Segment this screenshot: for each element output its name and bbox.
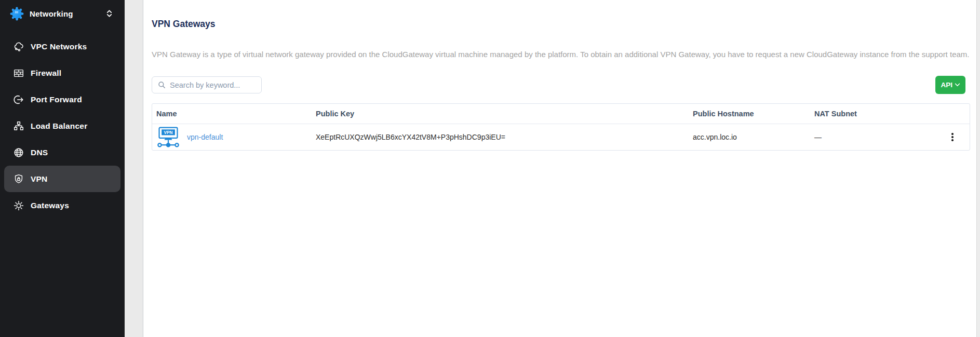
column-header-name: Name bbox=[152, 110, 316, 118]
dns-globe-icon bbox=[13, 147, 24, 158]
unfold-chevrons-icon[interactable] bbox=[105, 9, 113, 18]
content-gutter bbox=[125, 0, 143, 337]
sidebar-menu: VPC Networks Firewall Port Forward bbox=[0, 33, 125, 219]
column-header-public-key: Public Key bbox=[316, 110, 693, 118]
public-key-cell: XeEptRcUXQzWwj5LB6xcYX42tV8M+P3pHshDC9p3… bbox=[316, 133, 693, 141]
load-balancer-icon bbox=[13, 120, 24, 132]
sidebar-item-vpn[interactable]: VPN bbox=[4, 166, 120, 192]
sidebar-item-label: Firewall bbox=[31, 69, 61, 78]
sidebar-item-load-balancer[interactable]: Load Balancer bbox=[4, 113, 120, 139]
vpn-gateway-icon: VPN bbox=[156, 127, 180, 148]
port-forward-icon bbox=[13, 94, 24, 105]
sidebar-item-vpc-networks[interactable]: VPC Networks bbox=[4, 33, 120, 60]
sidebar: Networking VPC Networks Firewall bbox=[0, 0, 125, 337]
name-cell: VPN vpn-default bbox=[152, 127, 316, 148]
main-content: VPN Gateways VPN Gateway is a type of vi… bbox=[143, 0, 980, 337]
gateway-name-link[interactable]: vpn-default bbox=[187, 133, 223, 141]
search-input[interactable] bbox=[166, 77, 271, 93]
column-header-public-hostname: Public Hostname bbox=[693, 110, 814, 118]
sidebar-item-label: Port Forward bbox=[31, 95, 82, 104]
cloud-network-icon bbox=[13, 41, 24, 52]
row-actions-kebab-menu[interactable] bbox=[946, 130, 959, 144]
sidebar-item-port-forward[interactable]: Port Forward bbox=[4, 86, 120, 113]
nat-subnet-cell: — bbox=[814, 133, 935, 141]
networking-logo-icon bbox=[10, 7, 24, 21]
public-hostname-cell: acc.vpn.loc.io bbox=[693, 133, 814, 141]
table-header-row: Name Public Key Public Hostname NAT Subn… bbox=[152, 104, 970, 124]
gateways-gear-icon bbox=[13, 200, 24, 211]
api-button[interactable]: API bbox=[935, 76, 965, 94]
sidebar-item-dns[interactable]: DNS bbox=[4, 139, 120, 166]
sidebar-item-firewall[interactable]: Firewall bbox=[4, 60, 120, 86]
toolbar: API bbox=[152, 76, 973, 94]
vpn-shield-lock-icon bbox=[13, 173, 24, 185]
vertical-scrollbar[interactable] bbox=[976, 0, 980, 337]
sidebar-item-label: VPC Networks bbox=[31, 42, 87, 51]
actions-cell bbox=[935, 130, 970, 144]
sidebar-item-label: DNS bbox=[31, 148, 48, 157]
table-row: VPN vpn-default XeEptRcUXQzWwj5LB6xcYX42… bbox=[152, 124, 970, 150]
sidebar-title: Networking bbox=[30, 9, 73, 18]
sidebar-item-label: Load Balancer bbox=[31, 122, 87, 131]
vpn-gateways-table: Name Public Key Public Hostname NAT Subn… bbox=[152, 103, 970, 151]
column-header-nat-subnet: NAT Subnet bbox=[814, 110, 935, 118]
sidebar-item-label: Gateways bbox=[31, 201, 69, 210]
chevron-down-icon bbox=[955, 83, 960, 87]
sidebar-item-label: VPN bbox=[31, 174, 47, 184]
page-description: VPN Gateway is a type of virtual network… bbox=[152, 49, 973, 60]
sidebar-header[interactable]: Networking bbox=[0, 0, 125, 27]
sidebar-item-gateways[interactable]: Gateways bbox=[4, 192, 120, 219]
page-title: VPN Gateways bbox=[152, 18, 973, 30]
search-icon bbox=[158, 81, 166, 89]
svg-text:VPN: VPN bbox=[164, 130, 173, 134]
firewall-icon bbox=[13, 68, 24, 79]
api-button-label: API bbox=[941, 81, 952, 89]
app-window: Networking VPC Networks Firewall bbox=[0, 0, 980, 337]
search-box[interactable] bbox=[152, 76, 262, 93]
